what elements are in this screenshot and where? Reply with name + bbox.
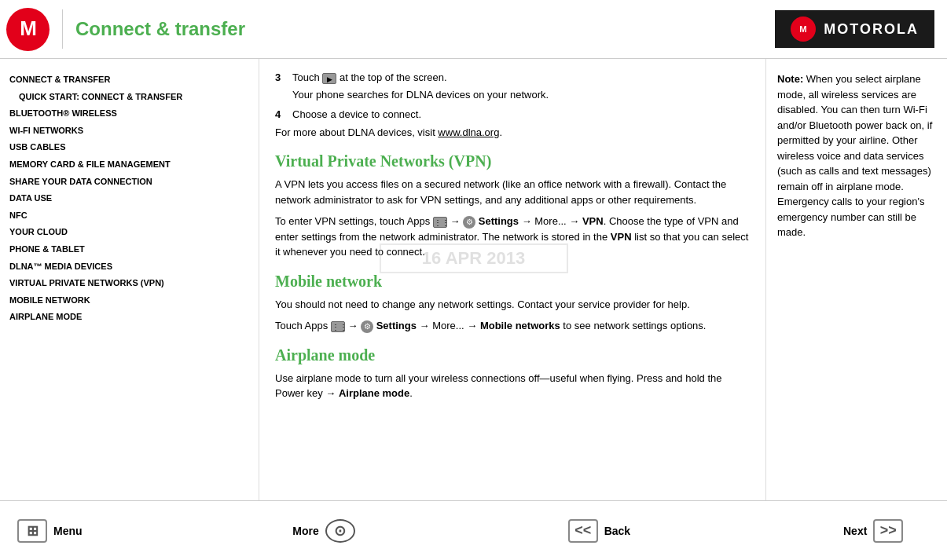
sidebar-item-cloud[interactable]: YOUR CLOUD bbox=[6, 224, 259, 241]
vpn-title: Virtual Private Networks (VPN) bbox=[275, 152, 750, 170]
next-label: Next bbox=[843, 525, 867, 537]
mobile-title: Mobile network bbox=[275, 273, 750, 291]
back-icon: << bbox=[568, 519, 598, 543]
sidebar-item-quick-start[interactable]: QUICK START: CONNECT & TRANSFER bbox=[6, 89, 259, 106]
note-panel: Note: When you select airplane mode, all… bbox=[766, 59, 947, 500]
footer: ⊞ Menu More ⊙ << Back Next >> bbox=[0, 500, 947, 560]
next-button[interactable]: Next >> bbox=[835, 514, 938, 547]
vpn-p1: A VPN lets you access files on a secured… bbox=[275, 177, 750, 207]
settings-label-2: Settings bbox=[376, 320, 417, 331]
sidebar-item-dlna[interactable]: DLNA™ MEDIA DEVICES bbox=[6, 258, 259, 276]
step-3-num: 3 bbox=[275, 71, 288, 84]
more-label: More bbox=[292, 525, 318, 537]
mobile-networks-label: Mobile networks bbox=[480, 320, 560, 331]
back-button[interactable]: << Back bbox=[560, 514, 663, 547]
sidebar-item-phone-tablet[interactable]: PHONE & TABLET bbox=[6, 241, 259, 258]
page-title: Connect & transfer bbox=[75, 18, 245, 40]
step-4: 4 Choose a device to connect. bbox=[275, 108, 750, 120]
header-divider bbox=[62, 9, 63, 49]
motorola-logo: M bbox=[6, 8, 50, 51]
sidebar-item-bluetooth[interactable]: BLUETOOTH® WIRELESS bbox=[6, 105, 259, 123]
apps-icon-2: ⋮⋮ bbox=[331, 321, 345, 332]
header: M Connect & transfer M MOTOROLA bbox=[0, 0, 947, 59]
sidebar: CONNECT & TRANSFER QUICK START: CONNECT … bbox=[0, 59, 259, 500]
step-3-text: Touch ▶ at the top of the screen. bbox=[292, 71, 750, 84]
mobile-p2: Touch Apps ⋮⋮ → ⚙ Settings → More... → M… bbox=[275, 318, 750, 334]
header-left: M Connect & transfer bbox=[6, 8, 245, 51]
dlna-link[interactable]: www.dlna.org bbox=[438, 126, 499, 138]
main-layout: CONNECT & TRANSFER QUICK START: CONNECT … bbox=[0, 59, 947, 500]
sidebar-item-usb[interactable]: USB CABLES bbox=[6, 139, 259, 156]
brand-logo-circle: M bbox=[791, 16, 816, 42]
step-3-sub: Your phone searches for DLNA devices on … bbox=[275, 89, 750, 101]
content-area: 3 Touch ▶ at the top of the screen. Your… bbox=[259, 59, 766, 500]
sidebar-item-wifi[interactable]: WI-FI NETWORKS bbox=[6, 123, 259, 140]
sidebar-item-airplane[interactable]: AIRPLANE MODE bbox=[6, 309, 259, 326]
sidebar-item-data-use[interactable]: DATA USE bbox=[6, 190, 259, 207]
step-4-num: 4 bbox=[275, 108, 288, 120]
step-3: 3 Touch ▶ at the top of the screen. bbox=[275, 71, 750, 84]
step-4-text: Choose a device to connect. bbox=[292, 108, 750, 120]
menu-icon: ⊞ bbox=[17, 519, 47, 543]
vpn-settings-label: Settings bbox=[479, 215, 519, 227]
note-label: Note: bbox=[777, 73, 803, 85]
dlna-note: For more about DLNA devices, visit www.d… bbox=[275, 125, 750, 141]
menu-label: Menu bbox=[53, 525, 83, 537]
motorola-brand: M MOTOROLA bbox=[775, 10, 934, 48]
svg-text:M: M bbox=[20, 16, 37, 40]
airplane-p1: Use airplane mode to turn all your wirel… bbox=[275, 371, 750, 401]
sidebar-item-mobile[interactable]: MOBILE NETWORK bbox=[6, 292, 259, 309]
vpn-p2: To enter VPN settings, touch Apps ⋮⋮ → ⚙… bbox=[275, 214, 750, 260]
airplane-mode-label: Airplane mode bbox=[339, 387, 409, 399]
vpn-bold-label: VPN bbox=[611, 231, 632, 243]
more-button[interactable]: More ⊙ bbox=[284, 514, 387, 547]
airplane-title: Airplane mode bbox=[275, 346, 750, 364]
svg-text:M: M bbox=[800, 24, 807, 34]
menu-button[interactable]: ⊞ Menu bbox=[9, 514, 112, 547]
brand-name: MOTOROLA bbox=[824, 21, 919, 38]
next-icon: >> bbox=[873, 519, 903, 543]
back-label: Back bbox=[604, 525, 630, 537]
apps-icon: ⋮⋮ bbox=[433, 217, 447, 228]
sidebar-item-memory[interactable]: MEMORY CARD & FILE MANAGEMENT bbox=[6, 156, 259, 174]
mobile-p1: You should not need to change any networ… bbox=[275, 297, 750, 313]
settings-gear-icon: ⚙ bbox=[463, 216, 475, 229]
sidebar-item-vpn[interactable]: VIRTUAL PRIVATE NETWORKS (VPN) bbox=[6, 275, 259, 292]
settings-gear-icon-2: ⚙ bbox=[361, 320, 373, 333]
note-text: Note: When you select airplane mode, all… bbox=[777, 71, 936, 240]
vpn-label: VPN bbox=[582, 215, 604, 227]
sidebar-item-share[interactable]: SHARE YOUR DATA CONNECTION bbox=[6, 174, 259, 191]
play-icon: ▶ bbox=[322, 73, 336, 84]
sidebar-item-nfc[interactable]: NFC bbox=[6, 207, 259, 225]
more-icon: ⊙ bbox=[325, 519, 355, 543]
sidebar-item-connect-transfer[interactable]: CONNECT & TRANSFER bbox=[6, 71, 259, 89]
